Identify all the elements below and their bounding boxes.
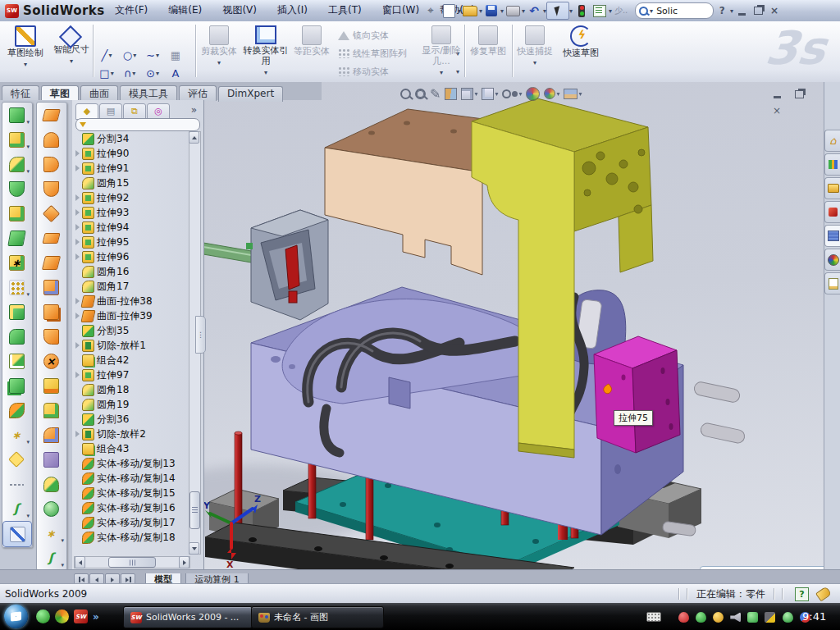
sketch-text-icon[interactable]: A xyxy=(164,64,187,82)
language-bar[interactable] xyxy=(646,612,661,622)
spline-curve-icon[interactable]: ʃ▾ xyxy=(2,496,30,521)
tree-item[interactable]: 圆角16 xyxy=(74,264,189,279)
options-button[interactable] xyxy=(591,2,609,19)
search-box[interactable]: ▾ xyxy=(635,2,714,19)
reference-geometry-icon[interactable]: ∗▾ xyxy=(2,422,30,447)
menu-insert[interactable]: 插入(I) xyxy=(269,0,316,21)
ref-geometry2-icon[interactable]: ∗▾ xyxy=(37,521,65,546)
design-library-icon[interactable] xyxy=(824,153,840,176)
tree-item[interactable]: 拉伸97 xyxy=(74,368,189,382)
tree-item[interactable]: 拉伸92 xyxy=(74,190,189,205)
propertymanager-tab-icon[interactable]: ▤ xyxy=(99,103,122,120)
sketch-button[interactable]: 草图绘制▾ xyxy=(3,24,48,78)
tray-badge-icon[interactable] xyxy=(713,612,724,623)
print-button[interactable] xyxy=(504,2,522,19)
open-file-button[interactable] xyxy=(461,2,479,19)
tree-item[interactable]: 实体-移动/复制15 xyxy=(74,486,189,500)
search-scope-dropdown[interactable]: ▾ xyxy=(650,7,653,15)
slide-part-gray[interactable] xyxy=(203,210,328,320)
line-icon[interactable]: ╱▾ xyxy=(95,46,118,64)
tree-item[interactable]: 实体-移动/复制17 xyxy=(74,515,189,530)
dimxpertmanager-tab-icon[interactable]: ◎ xyxy=(147,103,170,120)
graphics-area[interactable]: Y Z X ✎ ▾ ▾ ▾ ▾ ▾ × 拉伸75 ↓0KB xyxy=(203,82,824,569)
offset-surface-icon[interactable] xyxy=(37,299,65,324)
expand-arrow-icon[interactable] xyxy=(74,223,82,231)
solidworks-search-icon[interactable] xyxy=(824,201,840,223)
tab-dimxpert[interactable]: DimXpert xyxy=(218,86,283,102)
tray-network-warning-icon[interactable] xyxy=(765,612,775,623)
section-view-icon[interactable] xyxy=(445,85,457,102)
scene-background-icon[interactable]: ▾ xyxy=(564,85,582,102)
taskbar-window-paint[interactable]: 未命名 - 画图 xyxy=(251,606,384,628)
tray-security-green-icon[interactable] xyxy=(696,612,706,623)
tree-item[interactable]: 圆角19 xyxy=(74,397,189,412)
save-button[interactable] xyxy=(482,2,500,19)
panel-tabs-overflow[interactable]: » xyxy=(191,104,197,116)
menu-tools[interactable]: 工具(T) xyxy=(320,0,370,21)
ellipse-icon[interactable]: ⊙▾ xyxy=(141,64,164,82)
fillet-surface-icon[interactable] xyxy=(37,324,65,349)
scroll-down-button[interactable] xyxy=(189,542,199,555)
menu-file[interactable]: 文件(F) xyxy=(107,0,156,21)
expand-arrow-icon[interactable] xyxy=(74,194,82,202)
linear-pattern-icon[interactable]: ▾ xyxy=(2,275,30,299)
minimize-button[interactable] xyxy=(733,4,750,17)
quicklaunch-expand-icon[interactable]: » xyxy=(93,611,99,623)
expand-arrow-icon[interactable] xyxy=(74,341,82,349)
rapid-sketch-button[interactable]: ϟ快速草图 xyxy=(559,24,602,78)
tree-item[interactable]: 切除-放样2 xyxy=(74,427,189,441)
tree-item[interactable]: 分割36 xyxy=(74,412,189,427)
tree-filter-box[interactable] xyxy=(75,118,200,131)
search-input[interactable] xyxy=(655,5,701,17)
extruded-surface-icon[interactable] xyxy=(37,152,65,176)
help-button[interactable]: ? xyxy=(714,4,730,17)
featuremanager-tab-icon[interactable]: ◆ xyxy=(75,103,98,120)
tree-item[interactable]: 拉伸95 xyxy=(74,235,189,249)
delete-face-icon[interactable]: × xyxy=(37,349,65,373)
boundary-surface-icon[interactable] xyxy=(37,201,65,226)
measure-icon[interactable] xyxy=(2,521,32,547)
expand-arrow-icon[interactable] xyxy=(74,208,82,217)
view-palette-icon[interactable] xyxy=(824,225,840,247)
tree-item[interactable]: 实体-移动/复制16 xyxy=(74,500,189,515)
planar-surface-icon[interactable] xyxy=(37,250,65,275)
messenger-icon[interactable] xyxy=(36,609,50,623)
undo-button[interactable]: ↶ xyxy=(525,2,543,19)
revolved-boss-icon[interactable] xyxy=(2,201,30,226)
rectangle-icon[interactable]: □▾ xyxy=(95,64,118,82)
select-tool-button[interactable] xyxy=(546,2,569,20)
antivirus-ball-icon[interactable] xyxy=(55,609,69,623)
curve2-icon[interactable]: ʃ▾ xyxy=(37,546,65,570)
h-scrollbar-thumb[interactable] xyxy=(108,557,156,568)
tab-evaluate[interactable]: 评估 xyxy=(179,85,217,101)
revolved-surface-icon[interactable] xyxy=(37,127,65,152)
expand-arrow-icon[interactable] xyxy=(74,164,82,172)
tab-mold-tools[interactable]: 模具工具 xyxy=(120,85,177,101)
tree-horizontal-scrollbar[interactable] xyxy=(74,556,190,568)
appearances-icon[interactable] xyxy=(824,249,840,271)
tree-item[interactable]: 实体-移动/复制13 xyxy=(74,456,189,471)
doc-restore-button[interactable] xyxy=(790,89,808,101)
thicken-icon[interactable] xyxy=(37,496,65,521)
tree-item[interactable]: 切除-放样1 xyxy=(74,338,189,353)
tree-item[interactable]: 曲面-拉伸38 xyxy=(74,294,189,308)
tree-item[interactable]: 拉伸93 xyxy=(74,205,189,220)
fillet-icon[interactable]: ▾ xyxy=(2,152,30,176)
magenta-block[interactable] xyxy=(594,336,680,453)
dome-icon[interactable] xyxy=(37,472,65,496)
restore-button[interactable] xyxy=(750,4,766,17)
pin-toolbar-icon[interactable]: ⌖ xyxy=(422,2,440,19)
draft-icon[interactable] xyxy=(2,324,30,349)
replace-face-icon[interactable] xyxy=(37,373,65,398)
taskbar-window-solidworks[interactable]: SW SolidWorks 2009 - ... xyxy=(123,606,253,628)
tag-icon[interactable] xyxy=(815,586,832,601)
rotate-view-icon[interactable]: ✎ xyxy=(430,85,441,102)
solidworks-quicklaunch-icon[interactable]: SW xyxy=(74,609,88,623)
hide-show-items-icon[interactable]: ▾ xyxy=(502,85,522,102)
menu-window[interactable]: 窗口(W) xyxy=(374,0,427,21)
file-explorer-icon[interactable] xyxy=(824,177,840,199)
tree-item[interactable]: 分割34 xyxy=(74,131,189,146)
tree-item[interactable]: 拉伸94 xyxy=(74,220,189,235)
tree-item[interactable]: 圆角17 xyxy=(74,279,189,294)
mirror-bodies-icon[interactable] xyxy=(2,373,30,398)
